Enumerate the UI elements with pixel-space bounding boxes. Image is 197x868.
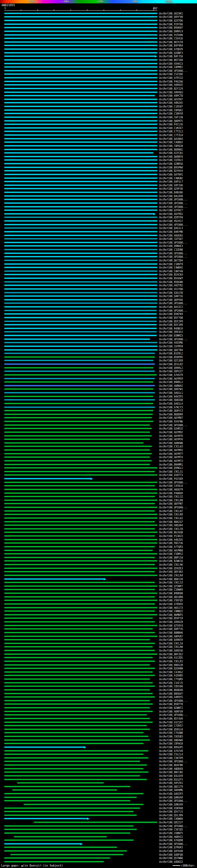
alignment-bar[interactable]: [4, 603, 155, 604]
hit-accession-link[interactable]: UniRef100_Q6F483: [159, 570, 183, 573]
hit-accession-link[interactable]: UniRef100_Q29F46: [159, 188, 183, 190]
hit-accession-link[interactable]: UniRef100_Q4ED36: [159, 649, 183, 652]
alignment-bar[interactable]: [4, 493, 157, 494]
alignment-bar[interactable]: [4, 31, 157, 32]
hit-accession-link[interactable]: UniRef100_A6YM77: [159, 452, 183, 455]
alignment-bar[interactable]: [4, 256, 157, 257]
alignment-bar[interactable]: [4, 557, 155, 558]
hit-accession-link[interactable]: UniRef100_A6IVK1: [159, 12, 183, 15]
alignment-bar[interactable]: [24, 804, 143, 805]
alignment-bar[interactable]: [4, 833, 130, 834]
hit-accession-link[interactable]: UniRef100_C5X416: [159, 37, 183, 40]
hit-accession-link[interactable]: UniRef100_Q2QNF3: [159, 52, 183, 54]
alignment-bar[interactable]: [4, 56, 155, 57]
hit-accession-link[interactable]: UniRef100_B4IZC2: [159, 306, 183, 309]
alignment-bar[interactable]: [4, 464, 150, 465]
hit-accession-link[interactable]: UniRef100_B9SGP5: [159, 746, 183, 748]
hit-accession-link[interactable]: UniRef100_A9P8Z5: [159, 84, 183, 87]
hit-accession-link[interactable]: UniRef100_Q4P1L7: [159, 180, 183, 183]
alignment-bar[interactable]: [4, 772, 149, 773]
alignment-bar[interactable]: [4, 13, 157, 14]
alignment-bar[interactable]: [4, 646, 153, 647]
alignment-bar[interactable]: [4, 324, 157, 325]
hit-accession-link[interactable]: UniRef100_C0PQ28: [159, 145, 183, 147]
alignment-bar[interactable]: [4, 63, 157, 64]
hit-accession-link[interactable]: UniRef100_B5XCK4: [159, 273, 183, 276]
hit-accession-link[interactable]: UniRef100_B5F7Q0: [159, 316, 183, 319]
hit-accession-link[interactable]: UniRef100_B0Y3E2: [159, 653, 183, 655]
hit-accession-link[interactable]: UniRef100_UPI000...: [159, 714, 188, 716]
hit-accession-link[interactable]: UniRef100_Q7RGK3: [159, 846, 183, 849]
hit-accession-link[interactable]: UniRef100_Q2UAB0: [159, 667, 183, 670]
alignment-bar[interactable]: [4, 124, 157, 125]
alignment-bar[interactable]: [4, 564, 155, 565]
hit-accession-link[interactable]: UniRef100_C4QW66: [159, 817, 183, 820]
alignment-bar[interactable]: [4, 639, 150, 640]
alignment-bar[interactable]: [4, 102, 157, 103]
alignment-bar[interactable]: [4, 249, 157, 250]
alignment-bar[interactable]: [4, 203, 157, 204]
hit-accession-link[interactable]: UniRef100_P41116: [159, 123, 183, 126]
alignment-bar[interactable]: [4, 170, 157, 171]
alignment-bar[interactable]: [4, 421, 153, 422]
alignment-bar[interactable]: [4, 686, 155, 687]
alignment-bar[interactable]: [4, 768, 143, 769]
hit-accession-link[interactable]: UniRef100_Q3THC7: [159, 209, 183, 212]
alignment-bar[interactable]: [4, 643, 155, 644]
alignment-bar[interactable]: [4, 858, 110, 859]
alignment-bar[interactable]: [4, 625, 157, 626]
hit-accession-link[interactable]: UniRef100_B1G2F5: [159, 778, 183, 781]
hit-accession-link[interactable]: UniRef100_C1MJE7: [159, 127, 183, 129]
hit-accession-link[interactable]: UniRef100_C9CL54: [159, 642, 183, 645]
alignment-bar[interactable]: [4, 52, 157, 53]
hit-accession-link[interactable]: UniRef100_C5DM12: [159, 553, 183, 555]
hit-accession-link[interactable]: UniRef100_B5GGW7: [159, 277, 183, 280]
hit-accession-link[interactable]: UniRef100_A4EZU5: [159, 538, 183, 541]
hit-accession-link[interactable]: UniRef100_C6TM59: [159, 345, 183, 348]
alignment-bar[interactable]: [34, 822, 157, 823]
alignment-bar[interactable]: [4, 99, 157, 100]
hit-accession-link[interactable]: UniRef100_C9CL59: [159, 527, 183, 530]
alignment-bar[interactable]: [17, 782, 104, 783]
alignment-bar[interactable]: [4, 199, 157, 200]
alignment-bar[interactable]: [4, 775, 140, 776]
alignment-bar[interactable]: [4, 826, 134, 827]
alignment-bar[interactable]: [4, 593, 157, 594]
alignment-bar[interactable]: [4, 474, 157, 475]
alignment-bar[interactable]: [4, 532, 157, 533]
hit-accession-link[interactable]: UniRef100_B3NMZ3: [159, 334, 183, 337]
alignment-bar[interactable]: [4, 360, 153, 361]
hit-accession-link[interactable]: UniRef100_C8ZGB3: [159, 735, 183, 738]
hit-accession-link[interactable]: UniRef100_C6BNT5: [159, 832, 183, 834]
hit-accession-link[interactable]: UniRef100_B5DPH5: [159, 355, 183, 359]
alignment-bar[interactable]: [4, 292, 157, 293]
hit-accession-link[interactable]: UniRef100_A6UU79: [159, 488, 183, 491]
alignment-bar[interactable]: [4, 174, 157, 175]
hit-accession-link[interactable]: UniRef100_B5KFK9: [159, 313, 183, 316]
hit-accession-link[interactable]: UniRef100_A5JYQ0: [159, 287, 183, 290]
hit-accession-link[interactable]: UniRef100_B4LDV0: [159, 195, 183, 197]
alignment-bar[interactable]: [4, 632, 155, 633]
hit-accession-link[interactable]: UniRef100_C9CL62: [159, 517, 183, 520]
hit-accession-link[interactable]: UniRef100_A9RZA5: [159, 102, 183, 104]
alignment-bar[interactable]: [4, 45, 157, 46]
alignment-bar[interactable]: [4, 407, 155, 408]
hit-accession-link[interactable]: UniRef100_B6TGT0: [159, 41, 183, 43]
alignment-bar[interactable]: [4, 614, 157, 615]
hit-accession-link[interactable]: UniRef100_P25998: [159, 34, 183, 36]
hit-accession-link[interactable]: UniRef100_B8NBH6: [159, 631, 183, 634]
alignment-bar[interactable]: [4, 485, 155, 486]
alignment-bar[interactable]: [4, 514, 157, 515]
hit-accession-link[interactable]: UniRef100_C5LCL4: [159, 753, 183, 756]
hit-accession-link[interactable]: UniRef100_C4QB62: [159, 141, 183, 144]
alignment-bar[interactable]: [4, 442, 143, 443]
alignment-bar[interactable]: [10, 854, 124, 855]
hit-accession-link[interactable]: UniRef100_B2WNT2: [159, 707, 183, 709]
alignment-bar[interactable]: [4, 70, 157, 71]
hit-accession-link[interactable]: UniRef100_B8P110: [159, 556, 183, 559]
hit-accession-link[interactable]: UniRef100_UPI000...: [159, 800, 188, 802]
hit-accession-link[interactable]: UniRef100_A6YPD1: [159, 213, 183, 215]
alignment-bar[interactable]: [4, 185, 157, 186]
hit-accession-link[interactable]: UniRef100_A9ZVM6: [159, 341, 183, 344]
alignment-bar[interactable]: [4, 296, 157, 297]
